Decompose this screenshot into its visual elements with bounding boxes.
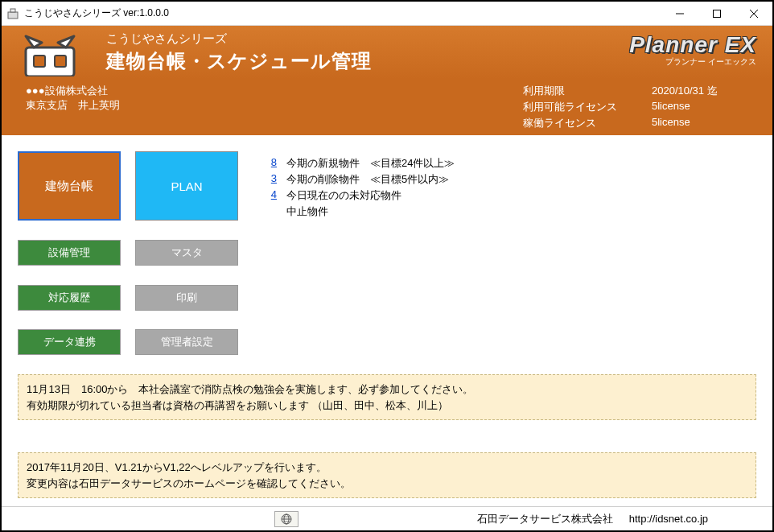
product-logo: Planner EX プランナー イーエックス (629, 32, 756, 68)
license-active-value: 5license (652, 116, 748, 130)
app-icon (6, 7, 19, 20)
license-available-value: 5license (652, 100, 748, 114)
announcement-row: 3 今期の削除物件 ≪目標5件以内≫ (262, 172, 756, 187)
main-area: 建物台帳 PLAN 設備管理 マスタ 対応履歴 印刷 データ連携 管理者設定 8… (2, 135, 772, 363)
license-available-label: 利用可能ライセンス (523, 100, 644, 114)
license-active-label: 稼働ライセンス (523, 116, 644, 130)
svg-rect-1 (10, 9, 15, 12)
announcement-row: 中止物件 (262, 204, 756, 219)
footer: 石田データサービス株式会社 http://idsnet.co.jp (2, 506, 772, 530)
announcement-text: 中止物件 (286, 204, 328, 219)
history-button[interactable]: 対応履歴 (18, 285, 121, 311)
master-button[interactable]: マスタ (135, 240, 238, 266)
notice-box-2: 2017年11月20日、V1.21からV1,22へレベルアップを行います。 変更… (18, 452, 756, 498)
datalink-button[interactable]: データ連携 (18, 329, 121, 355)
announcement-text: 今期の削除物件 ≪目標5件以内≫ (286, 172, 449, 187)
mascot-icon (10, 28, 90, 76)
announcement-link[interactable]: 3 (262, 172, 277, 187)
header-banner: こうじやさんシリーズ 建物台帳・スケジュール管理 Planner EX プランナ… (2, 26, 772, 79)
license-expire-label: 利用期限 (523, 84, 644, 98)
announcement-link[interactable]: 8 (262, 156, 277, 171)
admin-settings-button[interactable]: 管理者設定 (135, 329, 238, 355)
menu-buttons: 建物台帳 PLAN 設備管理 マスタ 対応履歴 印刷 データ連携 管理者設定 (18, 151, 238, 363)
announcement-link (262, 204, 277, 219)
announcement-list: 8 今期の新規物件 ≪目標24件以上≫ 3 今期の削除物件 ≪目標5件以内≫ 4… (262, 151, 756, 363)
titlebar: こうじやさんシリーズ ver:1.0.0.0 (2, 2, 772, 26)
announcement-row: 4 今日現在のの未対応物件 (262, 188, 756, 203)
equipment-button[interactable]: 設備管理 (18, 240, 121, 266)
notice-box-1: 11月13日 16:00から 本社会議室で消防点検の勉強会を実施します、必ず参加… (18, 374, 756, 420)
svg-rect-7 (34, 56, 45, 67)
announcement-row: 8 今期の新規物件 ≪目標24件以上≫ (262, 156, 756, 171)
window-title: こうじやさんシリーズ ver:1.0.0.0 (24, 6, 661, 20)
svg-rect-8 (55, 56, 66, 67)
app-name: 建物台帳・スケジュール管理 (106, 48, 372, 74)
minimize-button[interactable] (661, 2, 698, 26)
branch-user: 東京支店 井上英明 (26, 98, 523, 113)
close-button[interactable] (735, 2, 772, 26)
company-name: ●●●設備株式会社 (26, 84, 523, 98)
info-bar: ●●●設備株式会社 東京支店 井上英明 利用期限 2020/10/31 迄 利用… (2, 79, 772, 135)
license-expire-value: 2020/10/31 迄 (652, 84, 748, 98)
svg-rect-3 (714, 10, 721, 17)
maximize-button[interactable] (698, 2, 735, 26)
announcement-link[interactable]: 4 (262, 188, 277, 203)
svg-rect-0 (8, 12, 18, 19)
print-button[interactable]: 印刷 (135, 285, 238, 311)
series-name: こうじやさんシリーズ (106, 31, 372, 47)
footer-company: 石田データサービス株式会社 (477, 512, 613, 526)
announcement-text: 今日現在のの未対応物件 (286, 188, 401, 203)
footer-url: http://idsnet.co.jp (629, 513, 708, 525)
building-ledger-button[interactable]: 建物台帳 (18, 151, 121, 221)
globe-button[interactable] (274, 511, 298, 527)
plan-button[interactable]: PLAN (135, 151, 238, 221)
announcement-text: 今期の新規物件 ≪目標24件以上≫ (286, 156, 455, 171)
